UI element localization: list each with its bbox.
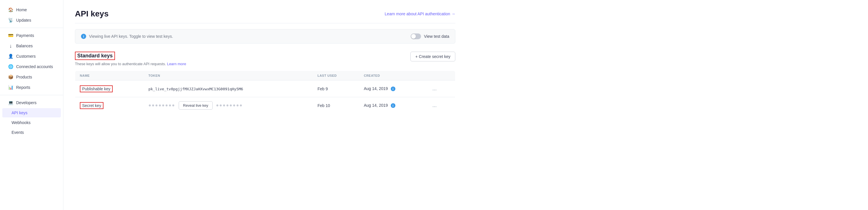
sidebar-item-home[interactable]: 🏠 Home [2, 5, 61, 15]
updates-icon: 📡 [8, 18, 13, 23]
created-cell: Aug 14, 2019 i [359, 97, 425, 114]
info-banner-icon: i [81, 34, 86, 39]
secret-key-name: Secret key [80, 102, 103, 109]
sidebar-item-label: Developers [16, 100, 37, 105]
customers-icon: 👤 [8, 54, 13, 59]
section-title: Standard keys [75, 52, 115, 60]
sidebar-item-label: Events [11, 130, 24, 135]
learn-more-link[interactable]: Learn more about API authentication → [385, 11, 455, 16]
col-actions [425, 71, 455, 81]
sidebar-item-label: Connected accounts [16, 64, 53, 69]
balances-icon: ↓ [8, 43, 13, 49]
developers-icon: 💻 [8, 100, 13, 105]
token-cell: pk_live_tv0pgjjfMXJZJaHXvwxMC13G0091qHy5… [144, 81, 313, 97]
page-title: API keys [75, 9, 108, 19]
sidebar-item-webhooks[interactable]: Webhooks [2, 118, 61, 127]
toggle-label: View test data [424, 34, 449, 39]
connected-accounts-icon: 🌐 [8, 64, 13, 69]
sidebar-item-balances[interactable]: ↓ Balances [2, 41, 61, 51]
section-subtitle: These keys will allow you to authenticat… [75, 62, 186, 66]
sidebar-item-label: Products [16, 75, 32, 79]
sidebar-item-products[interactable]: 📦 Products [2, 72, 61, 82]
sidebar-item-label: Home [16, 7, 27, 12]
sidebar-item-label: Customers [16, 54, 36, 59]
more-options-button-2[interactable]: ... [430, 101, 439, 110]
created-info-icon[interactable]: i [391, 87, 395, 91]
key-name-cell: Secret key [75, 97, 144, 114]
created-cell: Aug 14, 2019 i [359, 81, 425, 97]
created-date: Aug 14, 2019 [364, 86, 388, 91]
secret-key-masked-start: ●●●●●●●● [148, 103, 175, 108]
sidebar-item-reports[interactable]: 📊 Reports [2, 83, 61, 92]
key-name-cell: Publishable key [75, 81, 144, 97]
publishable-key-token: pk_live_tv0pgjjfMXJZJaHXvwxMC13G0091qHy5… [148, 87, 243, 91]
table-header-row: NAME TOKEN LAST USED CREATED [75, 71, 455, 81]
sidebar-item-customers[interactable]: 👤 Customers [2, 51, 61, 61]
more-options-button[interactable]: ... [430, 85, 439, 93]
created-info-icon-2[interactable]: i [391, 103, 395, 108]
last-used-cell: Feb 9 [313, 81, 359, 97]
payments-icon: 💳 [8, 33, 13, 38]
sidebar-item-label: Balances [16, 43, 33, 48]
content-area: API keys Learn more about API authentica… [63, 0, 467, 123]
sidebar-item-payments[interactable]: 💳 Payments [2, 31, 61, 40]
page-header: API keys Learn more about API authentica… [75, 9, 455, 23]
home-icon: 🏠 [8, 7, 13, 12]
col-created: CREATED [359, 71, 425, 81]
standard-keys-section-header: Standard keys These keys will allow you … [75, 52, 455, 66]
created-date: Aug 14, 2019 [364, 103, 388, 108]
sidebar-item-connected-accounts[interactable]: 🌐 Connected accounts [2, 62, 61, 71]
col-token: TOKEN [144, 71, 313, 81]
sidebar-item-updates[interactable]: 📡 Updates [2, 15, 61, 25]
publishable-key-name: Publishable key [80, 85, 113, 92]
learn-more-keys-link[interactable]: Learn more [167, 62, 186, 66]
info-banner-left: i Viewing live API keys. Toggle to view … [81, 34, 173, 39]
token-cell: ●●●●●●●● Reveal live key ●●●●●●●● [144, 97, 313, 114]
table-header: NAME TOKEN LAST USED CREATED [75, 71, 455, 81]
sidebar-divider [0, 28, 63, 28]
last-used-cell: Feb 10 [313, 97, 359, 114]
table-row: Publishable key pk_live_tv0pgjjfMXJZJaHX… [75, 81, 455, 97]
sidebar-item-events[interactable]: Events [2, 128, 61, 137]
info-banner: i Viewing live API keys. Toggle to view … [75, 29, 455, 43]
info-banner-text: Viewing live API keys. Toggle to view te… [89, 34, 173, 39]
products-icon: 📦 [8, 74, 13, 80]
actions-cell: ... [425, 97, 455, 114]
toggle-wrapper: View test data [411, 33, 449, 39]
sidebar-item-label: Webhooks [11, 120, 31, 125]
sidebar-item-label: Payments [16, 33, 34, 38]
sidebar: 🏠 Home 📡 Updates 💳 Payments ↓ Balances 👤… [0, 0, 63, 210]
sidebar-item-label: API keys [11, 111, 27, 115]
reveal-live-key-button[interactable]: Reveal live key [179, 101, 212, 110]
main-content: API keys Learn more about API authentica… [63, 0, 868, 210]
section-title-area: Standard keys These keys will allow you … [75, 52, 186, 66]
reports-icon: 📊 [8, 85, 13, 90]
api-keys-table: NAME TOKEN LAST USED CREATED Publishable… [75, 71, 455, 114]
table-row: Secret key ●●●●●●●● Reveal live key ●●●●… [75, 97, 455, 114]
sidebar-item-label: Reports [16, 85, 30, 90]
sidebar-item-developers[interactable]: 💻 Developers [2, 98, 61, 108]
col-last-used: LAST USED [313, 71, 359, 81]
actions-cell: ... [425, 81, 455, 97]
secret-key-masked-end: ●●●●●●●● [216, 103, 243, 108]
sidebar-item-label: Updates [16, 18, 31, 23]
table-body: Publishable key pk_live_tv0pgjjfMXJZJaHX… [75, 81, 455, 114]
create-secret-key-button[interactable]: + Create secret key [410, 52, 455, 61]
view-test-data-toggle[interactable] [411, 33, 421, 39]
sidebar-item-api-keys[interactable]: API keys [2, 108, 61, 117]
col-name: NAME [75, 71, 144, 81]
